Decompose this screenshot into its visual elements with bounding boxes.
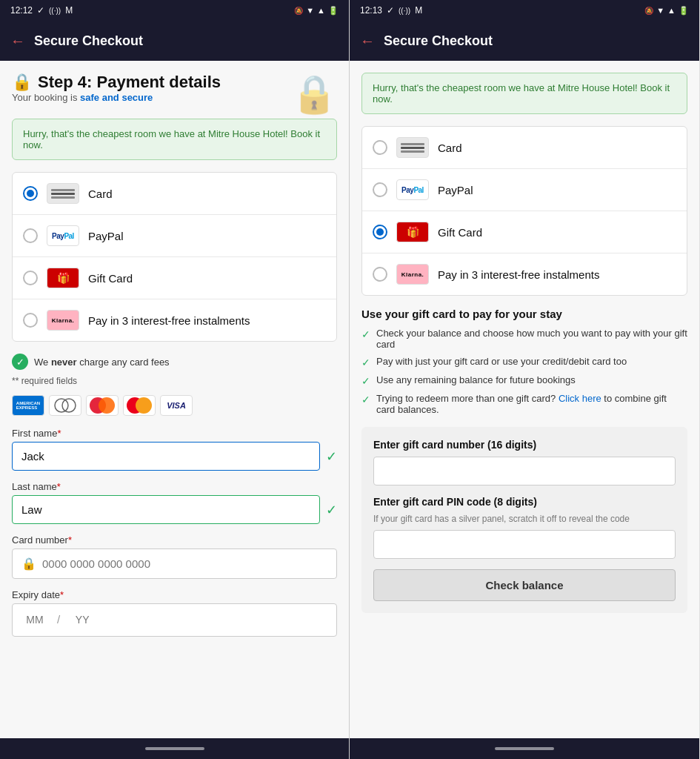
radio-klarna[interactable] bbox=[23, 313, 38, 328]
first-name-input[interactable] bbox=[12, 442, 320, 471]
back-button-2[interactable]: ← bbox=[360, 33, 375, 50]
payment-options-2: Card PayPal PayPal 🎁 Gift C bbox=[361, 126, 687, 296]
payment-option-klarna[interactable]: Klarna. Pay in 3 interest-free instalmen… bbox=[13, 299, 336, 341]
radio-icon-2: ((·)) bbox=[399, 7, 410, 15]
card-number-input[interactable] bbox=[42, 557, 327, 570]
step-heading: 🔒 Step 4: Payment details Your booking i… bbox=[12, 73, 337, 116]
screen-1: 12:12 ✓ ((·)) M 🔕 ▼ ▲ 🔋 ← Secure Checkou… bbox=[0, 0, 350, 759]
last-name-label: Last name* bbox=[12, 481, 337, 492]
bottom-bar-1 bbox=[0, 738, 349, 759]
check-mark-2: ✓ bbox=[361, 357, 370, 368]
expiry-row: / bbox=[12, 603, 337, 637]
gift-number-label: Enter gift card number (16 digits) bbox=[373, 439, 676, 451]
check-mark-3: ✓ bbox=[361, 375, 370, 387]
payment-option-paypal[interactable]: PayPal PayPal bbox=[13, 215, 336, 257]
card-label-2: Card bbox=[438, 142, 462, 154]
gift-card-info: Use your gift card to pay for your stay … bbox=[361, 308, 687, 415]
alert-box-1: Hurry, that's the cheapest room we have … bbox=[12, 119, 337, 160]
wifi-icon: ▼ bbox=[306, 6, 314, 15]
status-bar-1: 12:12 ✓ ((·)) M 🔕 ▼ ▲ 🔋 bbox=[0, 0, 349, 21]
radio-gift-2[interactable] bbox=[373, 225, 387, 239]
mail-icon-2: M bbox=[415, 5, 422, 16]
home-indicator-1 bbox=[145, 747, 204, 750]
gift-icon-2: 🎁 bbox=[407, 226, 419, 238]
mute-icon: 🔕 bbox=[294, 7, 303, 15]
gift-logo-2: 🎁 bbox=[396, 222, 429, 242]
payment-option-paypal-2[interactable]: PayPal PayPal bbox=[362, 169, 687, 211]
radio-card-2[interactable] bbox=[373, 140, 387, 155]
payment-option-card[interactable]: Card bbox=[13, 173, 336, 215]
first-name-row: ✓ bbox=[12, 442, 337, 471]
radio-klarna-2[interactable] bbox=[373, 267, 387, 282]
task-icon: ✓ bbox=[37, 5, 44, 16]
payment-option-gift-2[interactable]: 🎁 Gift Card bbox=[362, 211, 687, 253]
expiry-year-input[interactable] bbox=[60, 604, 104, 636]
radio-icon: ((·)) bbox=[49, 7, 61, 15]
status-bar-2: 12:13 ✓ ((·)) M 🔕 ▼ ▲ 🔋 bbox=[350, 0, 699, 21]
paypal-label: PayPal bbox=[88, 230, 124, 242]
card-number-field: Card number* 🔒 bbox=[12, 534, 337, 579]
card-label: Card bbox=[88, 188, 113, 200]
gift-icon: 🎁 bbox=[57, 272, 70, 284]
klarna-logo: Klarna. bbox=[47, 310, 79, 331]
maestro-logo bbox=[86, 395, 119, 416]
click-here-link[interactable]: Click here bbox=[559, 393, 601, 404]
svg-point-1 bbox=[62, 399, 76, 412]
payment-option-gift[interactable]: 🎁 Gift Card bbox=[13, 257, 336, 299]
mail-icon: M bbox=[65, 5, 73, 16]
stripe-3 bbox=[51, 196, 75, 199]
step-title: 🔒 Step 4: Payment details bbox=[12, 73, 221, 92]
radio-paypal-2[interactable] bbox=[373, 182, 387, 197]
paypal-logo-2: PayPal bbox=[396, 179, 429, 200]
radio-inner-card bbox=[27, 190, 34, 197]
radio-gift[interactable] bbox=[23, 271, 38, 285]
header-2: ← Secure Checkout bbox=[350, 21, 699, 61]
first-name-field: First name* ✓ bbox=[12, 428, 337, 471]
gift-number-input[interactable] bbox=[373, 457, 676, 485]
radio-card[interactable] bbox=[23, 186, 38, 201]
payment-option-klarna-2[interactable]: Klarna. Pay in 3 interest-free instalmen… bbox=[362, 253, 687, 295]
mute-icon-2: 🔕 bbox=[644, 7, 653, 15]
task-icon-2: ✓ bbox=[387, 5, 394, 16]
step-subtitle: Your booking is safe and secure bbox=[12, 92, 221, 103]
never-charge: ✓ We never charge any card fees bbox=[12, 354, 337, 370]
gift-pin-label: Enter gift card PIN code (8 digits) bbox=[373, 496, 676, 508]
last-name-row: ✓ bbox=[12, 495, 337, 524]
signal-icon: ▲ bbox=[317, 6, 325, 15]
gift-pin-hint: If your gift card has a silver panel, sc… bbox=[373, 514, 676, 524]
klarna-label: Pay in 3 interest-free instalments bbox=[88, 314, 250, 327]
safe-link[interactable]: safe and secure bbox=[80, 92, 153, 103]
radio-paypal[interactable] bbox=[23, 228, 38, 243]
back-button-1[interactable]: ← bbox=[10, 33, 25, 50]
gift-info-item-2: ✓ Pay with just your gift card or use yo… bbox=[361, 356, 687, 368]
gift-label: Gift Card bbox=[88, 272, 133, 285]
card-number-label: Card number* bbox=[12, 534, 337, 546]
expiry-month-input[interactable] bbox=[13, 604, 57, 636]
first-name-label: First name* bbox=[12, 428, 337, 439]
signal-icon-2: ▲ bbox=[667, 6, 676, 15]
card-number-wrapper[interactable]: 🔒 bbox=[12, 548, 337, 579]
screen-2: 12:13 ✓ ((·)) M 🔕 ▼ ▲ 🔋 ← Secure Checkou… bbox=[350, 0, 699, 759]
battery-icon-2: 🔋 bbox=[679, 6, 689, 16]
svg-point-0 bbox=[55, 399, 68, 412]
bottom-bar-2 bbox=[350, 738, 699, 759]
header-title-2: Secure Checkout bbox=[384, 33, 493, 49]
klarna-text: Klarna. bbox=[52, 317, 75, 324]
card-logo bbox=[47, 183, 79, 204]
check-balance-button[interactable]: Check balance bbox=[373, 569, 676, 601]
card-stripes-2 bbox=[401, 143, 424, 153]
amex-logo: AMERICANEXPRESS bbox=[12, 395, 44, 416]
home-indicator-2 bbox=[495, 747, 554, 750]
gift-pin-input[interactable] bbox=[373, 530, 676, 559]
time-2: 12:13 bbox=[360, 5, 382, 16]
payment-option-card-2[interactable]: Card bbox=[362, 127, 687, 169]
card-stripes bbox=[51, 189, 75, 199]
paypal-label-2: PayPal bbox=[438, 184, 473, 196]
check-circle-icon: ✓ bbox=[12, 354, 28, 370]
last-name-input[interactable] bbox=[12, 495, 320, 524]
time-1: 12:12 bbox=[10, 5, 33, 16]
content-1: 🔒 Step 4: Payment details Your booking i… bbox=[0, 61, 349, 738]
gift-info-item-1: ✓ Check your balance and choose how much… bbox=[361, 328, 687, 350]
expiry-label: Expiry date* bbox=[12, 589, 337, 600]
mastercard-logo bbox=[123, 395, 156, 416]
